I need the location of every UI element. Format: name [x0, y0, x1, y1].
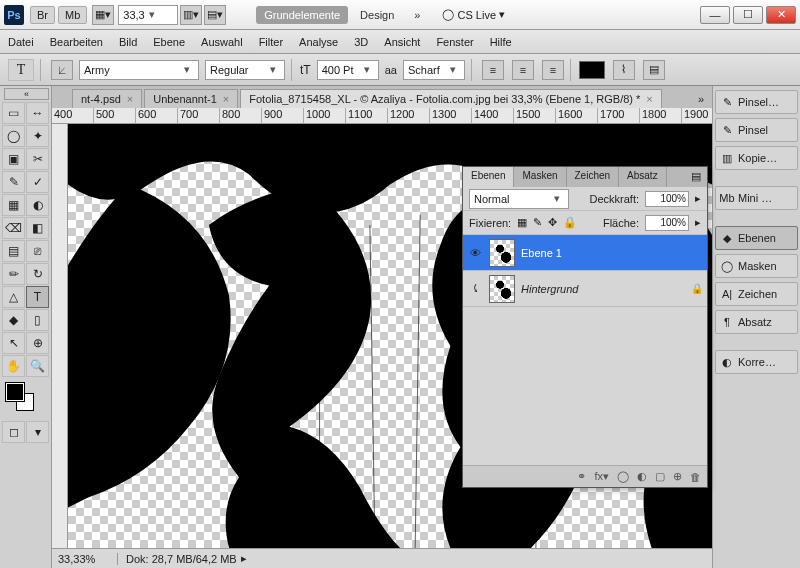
tool-19[interactable]: ▯: [26, 309, 49, 331]
menu-3d[interactable]: 3D: [354, 36, 368, 48]
panel-button-masken[interactable]: ◯Masken: [715, 254, 798, 278]
close-icon[interactable]: ×: [223, 93, 229, 105]
layer-name[interactable]: Hintergrund: [521, 283, 578, 295]
adjustment-icon[interactable]: ◐: [637, 470, 647, 483]
doc-size[interactable]: Dok: 28,7 MB/64,2 MB: [118, 553, 237, 565]
workspace-grundelemente[interactable]: Grundelemente: [256, 6, 348, 24]
font-family-select[interactable]: Army▾: [79, 60, 199, 80]
tool-22[interactable]: ✋: [2, 355, 25, 377]
menu-datei[interactable]: Datei: [8, 36, 34, 48]
close-icon[interactable]: ×: [646, 93, 652, 105]
panel-tab-absatz[interactable]: Absatz: [619, 167, 667, 187]
tool-10[interactable]: ⌫: [2, 217, 25, 239]
tool-13[interactable]: ⎚: [26, 240, 49, 262]
warp-text-button[interactable]: ⌇: [613, 60, 635, 80]
extras-button[interactable]: ▤▾: [204, 5, 226, 25]
tool-0[interactable]: ▭: [2, 102, 25, 124]
panel-button-zeichen[interactable]: A|Zeichen: [715, 282, 798, 306]
tool-12[interactable]: ▤: [2, 240, 25, 262]
tool-16[interactable]: △: [2, 286, 25, 308]
minimize-button[interactable]: —: [700, 6, 730, 24]
toolbox-collapse[interactable]: «: [4, 88, 49, 100]
tool-23[interactable]: 🔍: [26, 355, 49, 377]
tool-8[interactable]: ▦: [2, 194, 25, 216]
tool-7[interactable]: ✓: [26, 171, 49, 193]
tab-1[interactable]: Unbenannt-1×: [144, 89, 238, 108]
tool-preset[interactable]: T: [8, 59, 34, 81]
menu-ebene[interactable]: Ebene: [153, 36, 185, 48]
delete-icon[interactable]: 🗑: [690, 471, 701, 483]
tool-4[interactable]: ▣: [2, 148, 25, 170]
color-swatches[interactable]: [2, 381, 49, 417]
orientation-button[interactable]: ⟀: [51, 60, 73, 80]
panel-button-ebenen[interactable]: ◆Ebenen: [715, 226, 798, 250]
antialias-select[interactable]: Scharf▾: [403, 60, 465, 80]
visibility-icon[interactable]: 👁: [467, 247, 483, 259]
ruler-horizontal[interactable]: 4005006007008009001000110012001300140015…: [52, 108, 712, 124]
panel-button-pinsel[interactable]: ✎Pinsel…: [715, 90, 798, 114]
align-center-button[interactable]: ≡: [512, 60, 534, 80]
align-left-button[interactable]: ≡: [482, 60, 504, 80]
maximize-button[interactable]: ☐: [733, 6, 763, 24]
tool-3[interactable]: ✦: [26, 125, 49, 147]
workspace-design[interactable]: Design: [352, 6, 402, 24]
character-panel-button[interactable]: ▤: [643, 60, 665, 80]
group-icon[interactable]: ▢: [655, 470, 665, 483]
close-button[interactable]: ✕: [766, 6, 796, 24]
menu-hilfe[interactable]: Hilfe: [490, 36, 512, 48]
fill-input[interactable]: [645, 215, 689, 231]
tool-17[interactable]: T: [26, 286, 49, 308]
arrange-button[interactable]: ▥▾: [180, 5, 202, 25]
tool-2[interactable]: ◯: [2, 125, 25, 147]
menu-analyse[interactable]: Analyse: [299, 36, 338, 48]
panel-button-kopie[interactable]: ▥Kopie…: [715, 146, 798, 170]
panel-button-mini[interactable]: MbMini …: [715, 186, 798, 210]
quickmask-button[interactable]: ◻: [2, 421, 25, 443]
tool-11[interactable]: ◧: [26, 217, 49, 239]
panel-tab-masken[interactable]: Masken: [514, 167, 566, 187]
tabs-overflow[interactable]: »: [690, 90, 712, 108]
layer-row[interactable]: ⤹ Hintergrund 🔒: [463, 271, 707, 307]
panel-tab-zeichen[interactable]: Zeichen: [567, 167, 620, 187]
align-right-button[interactable]: ≡: [542, 60, 564, 80]
panel-button-korre[interactable]: ◐Korre…: [715, 350, 798, 374]
tab-0[interactable]: nt-4.psd×: [72, 89, 142, 108]
tool-1[interactable]: ↔: [26, 102, 49, 124]
menu-auswahl[interactable]: Auswahl: [201, 36, 243, 48]
menu-bild[interactable]: Bild: [119, 36, 137, 48]
cslive-button[interactable]: ◯ CS Live▾: [442, 8, 505, 21]
tab-2[interactable]: Fotolia_8715458_XL - © Azaliya - Fotolia…: [240, 89, 662, 108]
chevron-right-icon[interactable]: ▸: [695, 192, 701, 205]
zoom-readout[interactable]: 33,33%: [58, 553, 118, 565]
tool-21[interactable]: ⊕: [26, 332, 49, 354]
panel-button-pinsel[interactable]: ✎Pinsel: [715, 118, 798, 142]
new-layer-icon[interactable]: ⊕: [673, 470, 682, 483]
tool-5[interactable]: ✂: [26, 148, 49, 170]
chevron-right-icon[interactable]: ▸: [241, 552, 247, 565]
tool-20[interactable]: ↖: [2, 332, 25, 354]
lock-position-icon[interactable]: ✥: [548, 216, 557, 229]
tool-9[interactable]: ◐: [26, 194, 49, 216]
panel-menu-icon[interactable]: ▤: [685, 167, 707, 187]
font-weight-select[interactable]: Regular▾: [205, 60, 285, 80]
menu-fenster[interactable]: Fenster: [436, 36, 473, 48]
tool-15[interactable]: ↻: [26, 263, 49, 285]
minibridge-chip[interactable]: Mb: [58, 6, 87, 24]
tool-6[interactable]: ✎: [2, 171, 25, 193]
workspace-more[interactable]: »: [406, 6, 428, 24]
layer-row[interactable]: 👁 Ebene 1: [463, 235, 707, 271]
lock-pixels-icon[interactable]: ✎: [533, 216, 542, 229]
close-icon[interactable]: ×: [127, 93, 133, 105]
screen-mode-button[interactable]: ▦▾: [92, 5, 114, 25]
chevron-right-icon[interactable]: ▸: [695, 216, 701, 229]
lock-transparency-icon[interactable]: ▦: [517, 216, 527, 229]
blend-mode-select[interactable]: Normal▾: [469, 189, 569, 209]
visibility-icon[interactable]: ⤹: [467, 282, 483, 295]
ruler-vertical[interactable]: [52, 124, 68, 548]
lock-all-icon[interactable]: 🔒: [563, 216, 577, 229]
layer-name[interactable]: Ebene 1: [521, 247, 562, 259]
fx-icon[interactable]: fx▾: [594, 470, 609, 483]
menu-bearbeiten[interactable]: Bearbeiten: [50, 36, 103, 48]
link-layers-icon[interactable]: ⚭: [577, 470, 586, 483]
opacity-input[interactable]: [645, 191, 689, 207]
